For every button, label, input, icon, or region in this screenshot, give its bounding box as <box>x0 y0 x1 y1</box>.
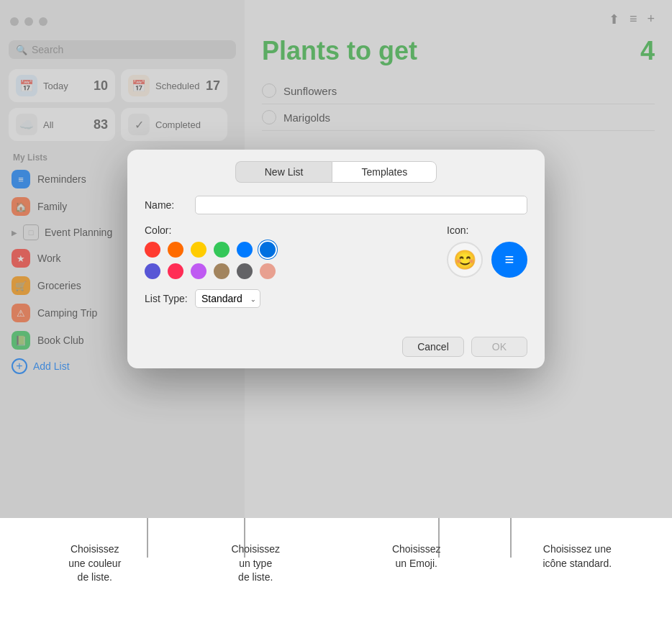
color-dot-7[interactable] <box>168 263 183 279</box>
ok-button[interactable]: OK <box>471 337 527 357</box>
app-window: 🔍 Search 📅 Today 10 📅 Scheduled 17 <box>0 0 672 518</box>
annotation-type: Choisissezun typede liste. <box>176 530 337 585</box>
color-dot-5[interactable] <box>260 242 276 258</box>
cancel-button[interactable]: Cancel <box>402 337 464 357</box>
color-label: Color: <box>145 224 188 236</box>
list-type-select[interactable]: Standard Grocery Smart <box>195 289 260 308</box>
name-label: Name: <box>145 199 188 211</box>
annotation-type-text: Choisissezun typede liste. <box>231 542 280 585</box>
modal-body: Name: Color: Icon: <box>127 183 545 337</box>
modal-overlay: New List Templates Name: Color: <box>0 0 672 518</box>
name-row: Name: <box>145 196 527 214</box>
annotation-emoji-text: Choisissezun Emoji. <box>392 542 441 571</box>
modal-tabs: New List Templates <box>127 150 545 183</box>
color-dot-6[interactable] <box>145 263 160 279</box>
color-dot-10[interactable] <box>237 263 253 279</box>
list-icon-choice[interactable]: ≡ <box>491 242 527 278</box>
list-type-row: List Type: Standard Grocery Smart <box>145 289 527 308</box>
color-dot-8[interactable] <box>191 263 206 279</box>
tab-new-list[interactable]: New List <box>235 161 332 183</box>
color-dot-9[interactable] <box>214 263 230 279</box>
annotation-emoji: Choisissezun Emoji. <box>336 530 497 571</box>
tab-templates[interactable]: Templates <box>332 161 437 183</box>
color-dot-0[interactable] <box>145 242 160 258</box>
new-list-modal: New List Templates Name: Color: <box>127 150 545 368</box>
color-dot-11[interactable] <box>260 263 276 279</box>
list-icon: ≡ <box>505 250 514 269</box>
color-dot-2[interactable] <box>191 242 206 258</box>
color-dot-1[interactable] <box>168 242 183 258</box>
annotation-color: Choisissezune couleurde liste. <box>14 530 176 585</box>
name-input[interactable] <box>195 196 527 214</box>
icon-choices: 😊 ≡ <box>447 242 527 278</box>
annotation-icon-text: Choisissez uneicône standard. <box>542 542 612 571</box>
annotation-icon: Choisissez uneicône standard. <box>497 530 658 571</box>
color-dot-3[interactable] <box>214 242 230 258</box>
emoji-icon-choice[interactable]: 😊 <box>447 242 483 278</box>
color-dot-4[interactable] <box>237 242 253 258</box>
color-grid <box>145 242 432 279</box>
annotation-color-text: Choisissezune couleurde liste. <box>68 542 121 585</box>
color-section: Color: <box>145 224 432 279</box>
emoji-icon: 😊 <box>453 249 476 271</box>
list-type-label: List Type: <box>145 293 188 304</box>
icon-label: Icon: <box>447 224 468 236</box>
modal-footer: Cancel OK <box>127 337 545 368</box>
icon-section: Icon: 😊 ≡ <box>447 224 527 279</box>
annotation-area: Choisissezune couleurde liste. Choisisse… <box>0 518 672 618</box>
list-type-wrapper: Standard Grocery Smart <box>195 289 260 308</box>
